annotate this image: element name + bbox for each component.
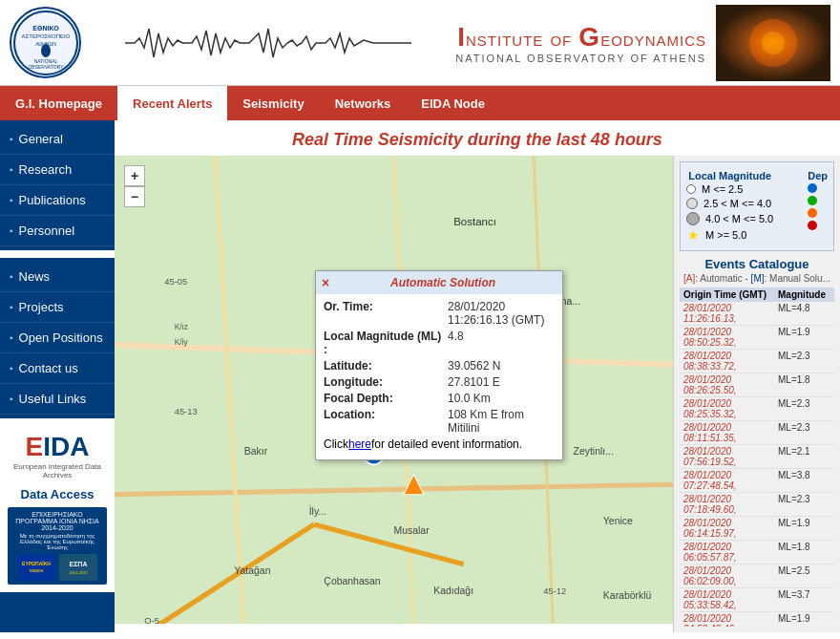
nav-eida-node[interactable]: EIDA Node (406, 86, 500, 120)
popup-row-latitude: Latitude: 39.0562 N (324, 359, 555, 373)
sidebar-item-contact-us[interactable]: Contact us (0, 353, 115, 384)
svg-text:K/ız: K/ız (175, 322, 188, 331)
popup-row-location: Location: 108 Km E from Mitilini (324, 408, 555, 435)
seismic-wave-graphic (81, 14, 455, 72)
svg-text:Karabörklü: Karabörklü (603, 590, 652, 601)
map-area: Bostancı Dolma... 45-05 45-13 K/ız K/iy … (115, 156, 840, 632)
svg-rect-10 (19, 556, 53, 579)
legend-row-2: 2.5 < M <= 4.0 (686, 198, 773, 209)
svg-text:Yenice: Yenice (603, 516, 633, 526)
popup-header: × Automatic Solution (316, 271, 562, 294)
page-header: ΕΘΝΙΚΟ ΑΣΤΕΡΟΣΚΟΠΕΙΟ ΑΘΗΝΩΝ NATIONAL OBS… (0, 0, 840, 86)
sidebar: General Research Publications Personnel … (0, 120, 115, 632)
svg-text:İly...: İly... (309, 505, 326, 517)
svg-text:Yatağan: Yatağan (234, 565, 270, 576)
svg-text:K/iy: K/iy (175, 337, 189, 347)
svg-text:45-13: 45-13 (175, 406, 198, 416)
legend-box: Local Magnitude M <= 2.5 2.5 < M <= 4.0 (680, 161, 834, 251)
map-zoom-controls: + − (124, 165, 145, 207)
popup-row-longitude: Longitude: 27.8101 E (324, 375, 555, 389)
legend-dep-header: Dep (808, 168, 828, 183)
svg-text:2014-2020: 2014-2020 (69, 570, 88, 575)
eida-subtitle: European Integrated Data Archives (8, 462, 107, 479)
nav-seismicity[interactable]: Seismicity (227, 86, 319, 120)
nav-networks[interactable]: Networks (320, 86, 407, 120)
popup-label-latitude: Latitude: (324, 359, 448, 373)
sidebar-item-projects[interactable]: Projects (0, 292, 115, 323)
zoom-out-button[interactable]: − (124, 186, 145, 207)
events-catalogue: Events Catalogue [A]: Automatic - [M]: M… (680, 257, 834, 627)
event-row[interactable]: 28/01/2020 04:50:43.46,ML=1.9 (680, 612, 834, 627)
legend-row-4: ★ M >= 5.0 (686, 228, 773, 242)
event-row[interactable]: 28/01/2020 08:11:51.35,ML=2.3 (680, 421, 834, 445)
popup-link-suffix: for detailed event information. (371, 437, 522, 451)
espa-program-box: ΕΠΙΧΕΙΡΗΣΙΑΚΟ ΠΡΟΓΡΑΜΜΑ ΙΟΝΙΑ ΝΗΣΙΑ 2014… (8, 507, 107, 585)
main-content: Real Time Seismicity during the last 48 … (115, 120, 840, 632)
popup-link-row: Click here for detailed event informatio… (324, 437, 555, 451)
events-list: 28/01/2020 11:26:16.13,ML=4.8 28/01/2020… (680, 302, 834, 627)
events-col-time: Origin Time (GMT) (683, 289, 778, 300)
svg-text:Musalar: Musalar (394, 525, 430, 536)
observatory-name: National Observatory of Athens (455, 53, 706, 64)
svg-text:Kadıdağı: Kadıdağı (433, 586, 473, 596)
event-row[interactable]: 28/01/2020 08:25:35.32,ML=2.3 (680, 397, 834, 421)
event-row[interactable]: 28/01/2020 11:26:16.13,ML=4.8 (680, 302, 834, 326)
svg-text:Bakır: Bakır (244, 446, 268, 457)
sidebar-section-2: News Projects Open Positions Contact us … (0, 258, 115, 418)
map-container[interactable]: Bostancı Dolma... 45-05 45-13 K/ız K/iy … (115, 156, 673, 624)
eida-text: EIDA (26, 434, 90, 460)
legend-label-2: 2.5 < M <= 4.0 (704, 198, 771, 209)
sidebar-divider-2 (0, 418, 115, 426)
svg-text:ΕΘΝΙΚΟ: ΕΘΝΙΚΟ (32, 25, 59, 32)
sidebar-item-useful-links[interactable]: Useful Links (0, 384, 115, 415)
popup-row-time: Or. Time: 28/01/2020 11:26:16.13 (GMT) (324, 300, 555, 327)
event-row[interactable]: 28/01/2020 06:02:09.00,ML=2.5 (680, 564, 834, 588)
event-row[interactable]: 28/01/2020 08:38:33.72,ML=2.3 (680, 350, 834, 373)
sidebar-item-open-positions[interactable]: Open Positions (0, 323, 115, 353)
svg-text:Çobanhasan: Çobanhasan (324, 576, 380, 586)
popup-detail-link[interactable]: here (348, 437, 371, 451)
events-manual-code: [M] (751, 273, 765, 284)
popup-value-depth: 10.0 Km (448, 392, 491, 405)
sidebar-item-general[interactable]: General (0, 124, 115, 155)
main-navbar: G.I. Homepage Recent Alerts Seismicity N… (0, 86, 840, 120)
espa-program-title: ΕΠΙΧΕΙΡΗΣΙΑΚΟ ΠΡΟΓΡΑΜΜΑ ΙΟΝΙΑ ΝΗΣΙΑ 2014… (11, 511, 103, 531)
events-col-magnitude: Magnitude (778, 289, 830, 300)
event-row[interactable]: 28/01/2020 05:33:58.42,ML=3.7 (680, 588, 834, 612)
popup-value-magnitude: 4.8 (448, 330, 464, 356)
sidebar-item-news[interactable]: News (0, 262, 115, 292)
popup-close-button[interactable]: × (322, 275, 329, 290)
svg-text:ΕΥΡΩΠΑΪΚΗ: ΕΥΡΩΠΑΪΚΗ (22, 561, 51, 566)
events-title: Events Catalogue (680, 257, 834, 271)
zoom-in-button[interactable]: + (124, 165, 145, 186)
event-row[interactable]: 28/01/2020 08:50:25.32,ML=1.9 (680, 326, 834, 350)
legend-circle-2 (686, 198, 698, 209)
event-row[interactable]: 28/01/2020 06:05:57.87,ML=1.8 (680, 541, 834, 564)
svg-text:Zeytinlı...: Zeytinlı... (574, 446, 614, 457)
svg-text:ΑΣΤΕΡΟΣΚΟΠΕΙΟ: ΑΣΤΕΡΟΣΚΟΠΕΙΟ (21, 33, 70, 39)
legend-title: Local Magnitude (686, 168, 773, 183)
popup-label-magnitude: Local Magnitude (ML) : (324, 330, 448, 356)
sidebar-item-research[interactable]: Research (0, 155, 115, 185)
legend-label-1: M <= 2.5 (702, 183, 743, 195)
events-manual-label: : Manual Solu... (765, 273, 830, 284)
event-row[interactable]: 28/01/2020 06:14:15.97,ML=1.9 (680, 517, 834, 541)
event-row[interactable]: 28/01/2020 08:26:25.50,ML=1.8 (680, 373, 834, 397)
popup-value-time: 28/01/2020 11:26:16.13 (GMT) (448, 300, 555, 327)
institute-name: Institute of Geodynamics (455, 22, 706, 53)
svg-text:ΕΣΠΑ: ΕΣΠΑ (70, 561, 88, 567)
popup-row-depth: Focal Depth: 10.0 Km (324, 392, 555, 405)
svg-point-6 (41, 44, 51, 57)
svg-text:OBSERVATORY: OBSERVATORY (28, 64, 64, 70)
event-row[interactable]: 28/01/2020 07:18:49.60,ML=2.3 (680, 493, 834, 517)
sidebar-item-personnel[interactable]: Personnel (0, 216, 115, 246)
events-auto-code: [A] (683, 273, 695, 284)
espa-logo: ΕΣΠΑ 2014-2020 (59, 554, 97, 581)
sidebar-item-publications[interactable]: Publications (0, 185, 115, 216)
nav-gi-homepage[interactable]: G.I. Homepage (0, 86, 117, 120)
event-row[interactable]: 28/01/2020 07:56:19.52,ML=2.1 (680, 445, 834, 469)
nav-recent-alerts[interactable]: Recent Alerts (117, 86, 227, 120)
popup-label-longitude: Longitude: (324, 375, 448, 389)
event-row[interactable]: 28/01/2020 07:27:48.54,ML=3.8 (680, 469, 834, 493)
espa-logos: ΕΥΡΩΠΑΪΚΗ ΈΝΩΣΗ ΕΣΠΑ 2014-2020 (11, 554, 103, 581)
